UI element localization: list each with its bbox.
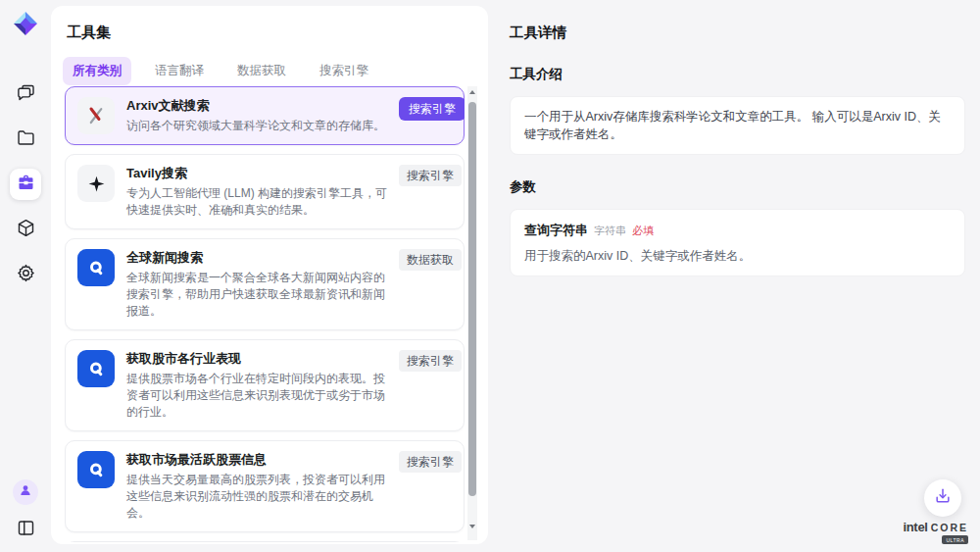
panel-layout-icon bbox=[16, 518, 36, 542]
news-search-icon bbox=[77, 350, 115, 387]
param-card: 查询字符串字符串必填 用于搜索的Arxiv ID、关键字或作者姓名。 bbox=[510, 209, 965, 276]
category-tabs: 所有类别语言翻译数据获取搜索引擎 bbox=[63, 57, 378, 85]
news-search-icon bbox=[77, 249, 115, 286]
tool-category-badge: 搜索引擎 bbox=[399, 350, 462, 372]
scrollbar[interactable] bbox=[467, 86, 477, 540]
arxiv-icon bbox=[77, 97, 115, 134]
app-logo-icon bbox=[12, 10, 39, 37]
sparkle-icon bbox=[77, 165, 115, 202]
sidebar-item-files[interactable] bbox=[10, 124, 41, 155]
tool-description: 提供当天交易量最高的股票列表，投资者可以利用这些信息来识别流动性强的股票和潜在的… bbox=[126, 472, 387, 522]
tool-detail-panel: 工具详情 工具介绍 一个用于从Arxiv存储库搜索科学论文和文章的工具。 输入可… bbox=[488, 0, 980, 552]
gear-icon bbox=[16, 263, 36, 287]
tool-category-badge: 搜索引擎 bbox=[399, 451, 462, 473]
scroll-down-button[interactable] bbox=[467, 521, 477, 532]
tool-description: 访问各个研究领域大量科学论文和文章的存储库。 bbox=[126, 118, 387, 134]
triangle-up-icon bbox=[469, 90, 475, 94]
tool-card[interactable]: 获取股市各行业表现 提供股票市场各个行业在特定时间段内的表现。投资者可以利用这些… bbox=[65, 339, 465, 431]
param-name: 查询字符串 bbox=[524, 223, 588, 237]
tool-name: 全球新闻搜索 bbox=[126, 249, 387, 267]
sidebar bbox=[0, 0, 51, 552]
news-search-icon bbox=[77, 451, 115, 488]
tool-card[interactable]: Arxiv文献搜索 访问各个研究领域大量科学论文和文章的存储库。 搜索引擎 已授… bbox=[65, 86, 465, 145]
folder-icon bbox=[16, 127, 36, 152]
param-required-flag: 必填 bbox=[632, 225, 654, 236]
tab-data[interactable]: 数据获取 bbox=[227, 57, 296, 85]
core-wordmark: core bbox=[931, 522, 968, 533]
ultra-badge: ULTRA bbox=[942, 535, 968, 544]
sidebar-item-settings[interactable] bbox=[10, 259, 41, 290]
tool-category-badge: 数据获取 bbox=[399, 249, 462, 271]
sidebar-nav bbox=[10, 78, 41, 290]
toggle-panel-button[interactable] bbox=[13, 517, 38, 542]
intro-text: 一个用于从Arxiv存储库搜索科学论文和文章的工具。 输入可以是Arxiv ID… bbox=[524, 108, 951, 143]
tool-list-panel: 工具集 所有类别语言翻译数据获取搜索引擎 Arxiv文献搜索 访问各个研究领域大… bbox=[51, 6, 488, 544]
user-icon bbox=[18, 482, 33, 502]
tool-name: Tavily搜索 bbox=[126, 165, 387, 182]
triangle-down-icon bbox=[469, 525, 475, 528]
tool-description: 提供股票市场各个行业在特定时间段内的表现。投资者可以利用这些信息来识别表现优于或… bbox=[126, 371, 387, 421]
tool-list: Arxiv文献搜索 访问各个研究领域大量科学论文和文章的存储库。 搜索引擎 已授… bbox=[65, 86, 465, 542]
tool-name: 获取股市各行业表现 bbox=[126, 350, 387, 368]
sidebar-item-tools[interactable] bbox=[10, 169, 41, 200]
param-type: 字符串 bbox=[594, 225, 626, 236]
download-icon bbox=[933, 486, 953, 510]
panel-title: 工具集 bbox=[67, 24, 111, 42]
tool-description: 专为人工智能代理 (LLM) 构建的搜索引擎工具，可快速提供实时、准确和真实的结… bbox=[126, 185, 387, 219]
cube-icon bbox=[16, 218, 36, 242]
tool-description: 全球新闻搜索是一个聚合全球各大新闻网站内容的搜索引擎，帮助用户快速获取全球最新资… bbox=[126, 270, 387, 320]
tool-card[interactable]: Tavily搜索 专为人工智能代理 (LLM) 构建的搜索引擎工具，可快速提供实… bbox=[65, 154, 465, 229]
tool-name: 获取市场最活跃股票信息 bbox=[126, 451, 387, 469]
scroll-up-button[interactable] bbox=[467, 86, 477, 98]
tool-card[interactable]: 全球新闻搜索 全球新闻搜索是一个聚合全球各大新闻网站内容的搜索引擎，帮助用户快速… bbox=[65, 238, 465, 330]
tool-category-badge: 搜索引擎 bbox=[399, 97, 465, 121]
scrollbar-thumb[interactable] bbox=[468, 102, 476, 496]
intro-heading: 工具介绍 bbox=[510, 66, 965, 83]
tab-all[interactable]: 所有类别 bbox=[63, 57, 131, 85]
param-description: 用于搜索的Arxiv ID、关键字或作者姓名。 bbox=[524, 248, 951, 265]
toolbox-icon bbox=[16, 173, 36, 197]
tool-name: Arxiv文献搜索 bbox=[126, 97, 387, 115]
intel-core-logo: intel core ULTRA bbox=[903, 520, 968, 544]
sidebar-item-packages[interactable] bbox=[10, 214, 41, 245]
params-heading: 参数 bbox=[510, 178, 965, 196]
tool-card[interactable]: 获取市场最活跃股票信息 提供当天交易量最高的股票列表，投资者可以利用这些信息来识… bbox=[65, 440, 465, 532]
sidebar-bottom bbox=[13, 479, 38, 542]
tab-translate[interactable]: 语言翻译 bbox=[145, 57, 214, 85]
download-button[interactable] bbox=[924, 479, 961, 517]
tool-category-badge: 搜索引擎 bbox=[399, 165, 462, 186]
tab-search[interactable]: 搜索引擎 bbox=[310, 57, 378, 85]
chat-icon bbox=[16, 82, 36, 107]
user-avatar[interactable] bbox=[13, 479, 38, 505]
detail-title: 工具详情 bbox=[510, 24, 965, 42]
intel-wordmark: intel bbox=[903, 520, 927, 534]
intro-card: 一个用于从Arxiv存储库搜索科学论文和文章的工具。 输入可以是Arxiv ID… bbox=[510, 96, 965, 155]
sidebar-item-chat[interactable] bbox=[10, 78, 41, 110]
tool-card[interactable]: 万维地区新闻查询 查询具体行政区划内的新闻，快速了解各地新闻动 搜索引擎 未授权 bbox=[65, 541, 465, 542]
